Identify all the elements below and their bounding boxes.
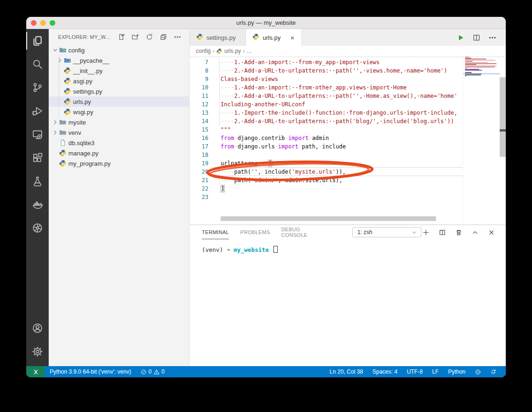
terminal-venv: (venv): [202, 246, 223, 253]
problems-summary[interactable]: 00: [136, 366, 169, 377]
close-window-button[interactable]: [31, 20, 37, 26]
new-terminal-button[interactable]: [421, 228, 430, 236]
tree-item-__pycache__[interactable]: __pycache__: [49, 55, 189, 66]
notifications-bell[interactable]: [486, 366, 501, 377]
maximize-panel-button[interactable]: [471, 228, 479, 236]
breadcrumb-item[interactable]: urls.py: [216, 48, 241, 54]
tab-bar: settings.pyurls.py×: [190, 29, 506, 46]
activity-item-source-control[interactable]: [26, 76, 49, 99]
zoom-window-button[interactable]: [50, 20, 55, 26]
split-editor-button[interactable]: [472, 33, 480, 42]
views-and-more-actions-button[interactable]: [173, 32, 182, 42]
python-icon: [59, 149, 68, 157]
tab-urls-py[interactable]: urls.py×: [246, 29, 302, 46]
tree-item-my_program-py[interactable]: my_program.py: [49, 158, 189, 169]
activity-item-remote-explorer[interactable]: [26, 123, 49, 146]
tree-item-config[interactable]: config: [49, 45, 189, 55]
code-text: ····2.·Add·a·URL·to·urlpatterns:··path('…: [208, 92, 458, 100]
tree-item-asgi-py[interactable]: asgi.py: [49, 76, 189, 86]
vertical-scrollbar-thumb[interactable]: [500, 77, 506, 157]
activity-item-manage[interactable]: [26, 340, 49, 363]
minimap[interactable]: [463, 56, 500, 225]
split-terminal-button[interactable]: [438, 228, 446, 236]
close-tab-icon[interactable]: ×: [288, 34, 296, 42]
split-editor-icon: [473, 34, 480, 42]
minimize-window-button[interactable]: [40, 20, 46, 26]
more-actions-button[interactable]: [488, 33, 496, 42]
terminal-prompt-arrow: ➜: [227, 246, 230, 253]
tree-item-__init__-py[interactable]: __init__.py: [49, 66, 189, 76]
code-line-10: 10····1.·Add·an·import:··from·other_app.…: [190, 83, 463, 92]
remote-indicator[interactable]: [26, 366, 45, 377]
collapse-folders-button[interactable]: [159, 32, 168, 42]
tree-item-label: __init__.py: [73, 67, 103, 74]
activity-item-extensions[interactable]: [26, 146, 49, 169]
activity-item-docker[interactable]: [26, 193, 49, 216]
activity-item-kubernetes[interactable]: [26, 216, 49, 240]
line-number: 21: [190, 176, 208, 184]
new-file-button[interactable]: [117, 32, 126, 42]
breadcrumb-item[interactable]: …: [246, 48, 252, 54]
search-icon: [32, 59, 43, 70]
panel-tabs: TERMINALPROBLEMSDEBUG CONSOLE: [202, 226, 323, 239]
debug-icon: [32, 105, 43, 117]
tree-item-label: asgi.py: [73, 78, 92, 85]
breadcrumb-label: config: [196, 48, 211, 54]
code-line-18: 18: [190, 151, 463, 159]
code-text: [208, 193, 221, 201]
minimap-line: [465, 57, 469, 58]
panel-tab-terminal[interactable]: TERMINAL: [202, 226, 229, 239]
new-folder-button[interactable]: [131, 32, 140, 42]
tree-item-label: venv: [68, 129, 81, 136]
activity-item-explorer[interactable]: [26, 29, 49, 52]
tree-item-manage-py[interactable]: manage.py: [49, 148, 189, 158]
vertical-scrollbar[interactable]: [500, 56, 506, 225]
flask-icon: [32, 176, 43, 187]
line-number: 11: [190, 92, 208, 100]
breadcrumb-item[interactable]: config: [196, 48, 211, 54]
code-line-17: 17from·django.urls·import·path,·include: [190, 142, 463, 151]
activity-item-run-and-debug[interactable]: [26, 99, 49, 123]
python-interpreter[interactable]: Python 3.9.0 64-bit ('venv': venv): [45, 366, 136, 377]
indentation[interactable]: Spaces: 4: [368, 366, 402, 377]
refresh-explorer-button[interactable]: [145, 32, 154, 42]
activity-item-accounts[interactable]: [26, 316, 49, 340]
cursor-position[interactable]: Ln 20, Col 38: [325, 366, 368, 377]
code-editor[interactable]: 6Function·views7····1.·Add·an·import:··f…: [190, 56, 506, 225]
tree-item-mysite[interactable]: mysite: [49, 117, 189, 127]
close-panel-button[interactable]: [487, 228, 495, 236]
tweet-feedback[interactable]: [470, 366, 486, 377]
tree-item-label: config: [68, 47, 85, 54]
panel-tab-problems[interactable]: PROBLEMS: [240, 226, 270, 239]
tree-item-settings-py[interactable]: settings.py: [49, 86, 189, 96]
tree-item-urls-py[interactable]: urls.py: [49, 96, 189, 107]
encoding[interactable]: UTF-8: [402, 366, 428, 377]
line-number: 22: [190, 184, 208, 193]
titlebar[interactable]: urls.py — my_website: [26, 17, 506, 29]
tree-item-wsgi-py[interactable]: wsgi.py: [49, 107, 189, 117]
panel-tab-debug-console[interactable]: DEBUG CONSOLE: [281, 226, 312, 239]
eol-sequence[interactable]: LF: [428, 366, 443, 377]
tree-item-db-sqlite3[interactable]: db.sqlite3: [49, 138, 189, 148]
line-number: 19: [190, 159, 208, 168]
terminal-select[interactable]: 1: zsh: [352, 227, 421, 237]
language-mode[interactable]: Python: [443, 366, 470, 377]
tree-item-label: mysite: [68, 119, 86, 126]
terminal-content[interactable]: (venv) ➜ my_website: [190, 239, 506, 366]
python-icon: [64, 77, 73, 85]
horizontal-scrollbar-thumb[interactable]: [221, 216, 436, 221]
tab-settings-py[interactable]: settings.py: [190, 29, 246, 46]
python-icon: [196, 33, 203, 42]
kill-terminal-button[interactable]: [454, 228, 463, 236]
activity-item-search[interactable]: [26, 52, 49, 76]
feedback-icon: [475, 369, 481, 375]
tree-item-label: settings.py: [73, 88, 102, 95]
run-python-file-button[interactable]: [456, 33, 465, 42]
code-line-20: 20····path('',·include('mysite.urls')),: [190, 168, 463, 176]
code-lines: 6Function·views7····1.·Add·an·import:··f…: [190, 56, 463, 201]
horizontal-scrollbar[interactable]: [190, 216, 463, 221]
code-line-8: 8····2.·Add·a·URL·to·urlpatterns:··path(…: [190, 66, 463, 75]
tree-item-venv[interactable]: venv: [49, 127, 189, 138]
chevron-right-icon: [52, 129, 59, 136]
activity-item-testing[interactable]: [26, 169, 49, 193]
